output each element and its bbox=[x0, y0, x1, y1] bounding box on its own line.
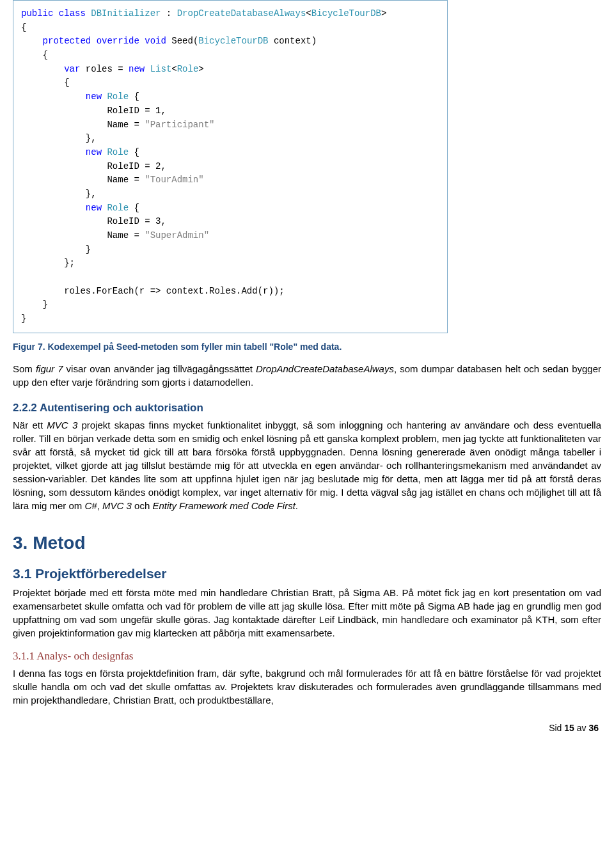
heading-3: 3. Metod bbox=[13, 530, 601, 555]
paragraph-intro: Som figur 7 visar ovan använder jag till… bbox=[13, 362, 601, 389]
figure-caption: Figur 7. Kodexempel på Seed-metoden som … bbox=[13, 341, 601, 354]
page-footer: Sid 15 av 36 bbox=[13, 722, 601, 735]
code-block: public class DBInitializer : DropCreateD… bbox=[13, 0, 448, 333]
heading-3-1: 3.1 Projektförberedelser bbox=[13, 564, 601, 583]
paragraph-analysis: I denna fas togs en första projektdefini… bbox=[13, 667, 601, 707]
heading-3-1-1: 3.1.1 Analys- och designfas bbox=[13, 649, 601, 664]
paragraph-auth: När ett MVC 3 projekt skapas finns mycke… bbox=[13, 418, 601, 512]
heading-2-2-2: 2.2.2 Autentisering och auktorisation bbox=[13, 400, 601, 416]
paragraph-prep: Projektet började med ett första möte me… bbox=[13, 586, 601, 640]
